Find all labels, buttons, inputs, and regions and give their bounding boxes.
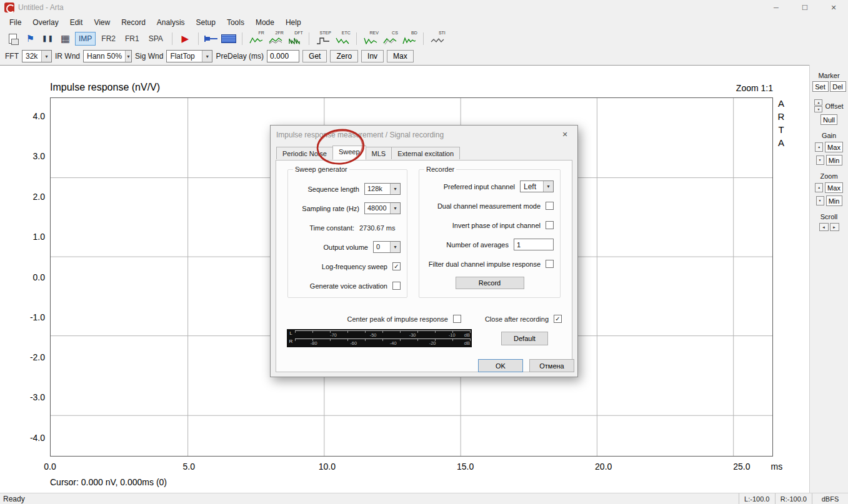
zoom-label: Zoom: [820, 172, 837, 180]
tab-external-excitation[interactable]: External excitation: [391, 147, 460, 159]
x-tick: 20.0: [595, 462, 612, 472]
new-document-icon[interactable]: [5, 31, 21, 46]
invert-phase-label: Invert phase of input channel: [452, 222, 541, 229]
menu-mode[interactable]: Mode: [250, 16, 280, 29]
menu-edit[interactable]: Edit: [64, 16, 89, 29]
overlay-flag-icon[interactable]: ⚑: [22, 31, 38, 46]
meter-right-channel: R: [287, 338, 295, 346]
x-tick: 15.0: [457, 462, 474, 472]
data-table-icon[interactable]: ▦: [57, 31, 73, 46]
invert-phase-checkbox[interactable]: [546, 221, 554, 229]
tab-mls[interactable]: MLS: [366, 147, 392, 159]
marker-set-button[interactable]: Set: [812, 81, 829, 92]
marker-del-button[interactable]: Del: [830, 81, 846, 92]
rev-analysis-icon[interactable]: REV: [362, 31, 379, 46]
chevron-down-icon: ▾: [390, 242, 400, 252]
zero-button[interactable]: Zero: [330, 50, 358, 62]
gain-min-button[interactable]: Min: [826, 155, 842, 166]
input-channel-label: Preferred input channel: [444, 183, 515, 190]
record-play-icon[interactable]: ▶: [177, 31, 193, 46]
y-tick: 1.0: [33, 232, 45, 242]
bd-analysis-icon[interactable]: BD: [401, 31, 418, 46]
sampling-rate-select[interactable]: 48000▾: [364, 202, 401, 214]
dft-analysis-icon[interactable]: DFT: [286, 31, 304, 46]
flag-icon: ⚑: [26, 33, 34, 44]
signal-view-icon[interactable]: [221, 31, 237, 46]
step-analysis-icon[interactable]: STEP: [314, 31, 332, 46]
predelay-input[interactable]: [267, 50, 299, 62]
record-button[interactable]: Record: [456, 277, 524, 289]
signal-generator-icon[interactable]: [204, 31, 219, 46]
maximize-button[interactable]: ☐: [791, 0, 819, 15]
cs-analysis-icon[interactable]: CS: [381, 31, 399, 46]
menu-record[interactable]: Record: [116, 16, 151, 29]
chart-title: Impulse response (nV/V): [50, 82, 160, 93]
offset-up-button[interactable]: ▲: [814, 99, 822, 106]
etc-analysis-icon[interactable]: ETC: [334, 31, 351, 46]
gain-up-button[interactable]: ▲: [815, 142, 823, 152]
zoom-down-button[interactable]: ▼: [816, 196, 824, 205]
sig-window-select[interactable]: FlatTop▾: [166, 50, 212, 62]
inv-button[interactable]: Inv: [361, 50, 384, 62]
menu-file[interactable]: File: [4, 16, 27, 29]
menu-overlay[interactable]: Overlay: [27, 16, 64, 29]
output-volume-select[interactable]: 0▾: [373, 241, 401, 253]
max-button[interactable]: Max: [387, 50, 414, 62]
log-sweep-checkbox[interactable]: ✓: [392, 262, 401, 270]
window-controls: ─ ☐ ✕: [762, 0, 848, 15]
toolbar-separator: [423, 32, 424, 45]
mode-spa-button[interactable]: SPA: [145, 32, 167, 46]
gain-max-button[interactable]: Max: [825, 142, 843, 152]
meter-right-scale: -80 -60 -40 -20 dB: [295, 338, 471, 346]
scroll-left-button[interactable]: ◄: [819, 223, 829, 231]
chevron-down-icon: ▾: [125, 51, 131, 62]
tab-periodic-noise[interactable]: Periodic Noise: [276, 147, 333, 159]
log-sweep-label: Log-frequency sweep: [322, 263, 387, 270]
dialog-close-button[interactable]: ✕: [552, 126, 577, 144]
level-readouts: L:-100.0 R:-100.0 dBFS: [739, 493, 848, 504]
filter-dual-checkbox[interactable]: [546, 260, 554, 268]
dual-channel-checkbox[interactable]: [546, 202, 554, 210]
cancel-button[interactable]: Отмена: [529, 359, 574, 372]
y-tick: 2.0: [33, 192, 45, 202]
voice-activation-checkbox[interactable]: [392, 282, 401, 290]
tab-sweep[interactable]: Sweep: [332, 146, 366, 160]
menu-tools[interactable]: Tools: [221, 16, 250, 29]
sti-analysis-icon[interactable]: STI: [429, 31, 446, 46]
x-tick: 5.0: [183, 462, 195, 472]
zoom-up-button[interactable]: ▲: [815, 183, 823, 192]
gain-label: Gain: [822, 132, 836, 139]
menu-setup[interactable]: Setup: [191, 16, 221, 29]
zoom-max-button[interactable]: Max: [825, 182, 843, 193]
minimize-button[interactable]: ─: [762, 0, 791, 15]
get-button[interactable]: Get: [302, 50, 327, 62]
averages-input[interactable]: [514, 239, 554, 250]
sequence-length-select[interactable]: 128k▾: [364, 183, 401, 195]
offset-down-button[interactable]: ▼: [814, 106, 822, 112]
menu-analysis[interactable]: Analysis: [151, 16, 191, 29]
mode-imp-button[interactable]: IMP: [75, 32, 96, 46]
menu-help[interactable]: Help: [280, 16, 307, 29]
offset-null-button[interactable]: Null: [821, 114, 837, 125]
input-channel-select[interactable]: Left▾: [520, 180, 554, 192]
ok-button[interactable]: OK: [478, 359, 523, 372]
mode-fr2-button[interactable]: FR2: [97, 32, 119, 46]
ir-window-select[interactable]: Hann 50%▾: [83, 50, 132, 62]
zoom-min-button[interactable]: Min: [826, 195, 842, 206]
close-button[interactable]: ✕: [819, 0, 848, 15]
menu-view[interactable]: View: [88, 16, 116, 29]
meter-left-scale: -70 -50 -30 -10 dB: [295, 330, 471, 338]
chevron-down-icon: ▾: [41, 51, 51, 62]
titlebar: Untitled - Arta ─ ☐ ✕: [0, 0, 848, 15]
pause-icon[interactable]: ❚❚: [40, 31, 56, 46]
fft-size-select[interactable]: 32k▾: [22, 50, 52, 62]
scroll-right-button[interactable]: ►: [830, 223, 839, 231]
close-after-checkbox[interactable]: ✓: [554, 315, 562, 323]
center-peak-checkbox[interactable]: [453, 315, 461, 323]
fr-analysis-icon[interactable]: FR: [247, 31, 265, 46]
mode-fr1-button[interactable]: FR1: [121, 32, 143, 46]
gain-down-button[interactable]: ▼: [816, 156, 824, 165]
2fr-analysis-icon[interactable]: 2FR: [267, 31, 284, 46]
cursor-readout: Cursor: 0.000 nV, 0.000ms (0): [50, 477, 167, 487]
default-button[interactable]: Default: [501, 332, 548, 345]
